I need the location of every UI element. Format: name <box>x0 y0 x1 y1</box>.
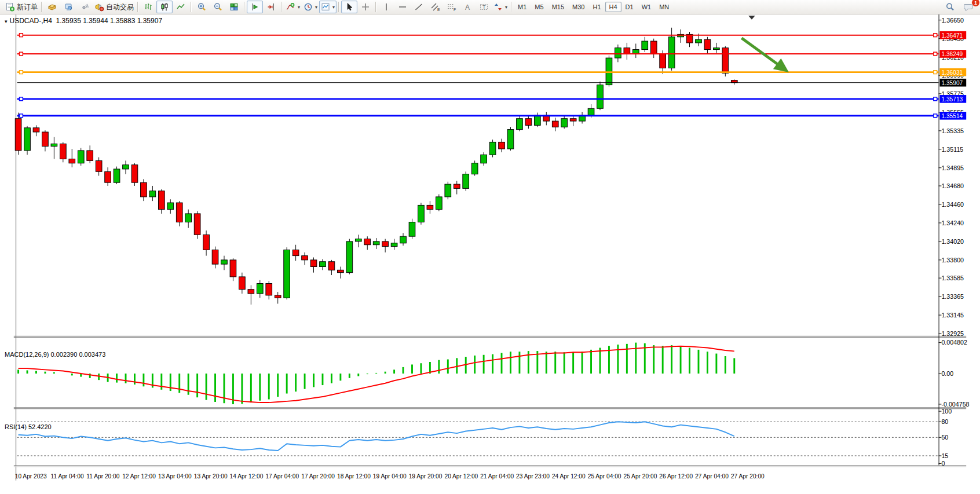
candle-body[interactable] <box>463 174 469 189</box>
text-tool-button[interactable]: A <box>459 1 476 13</box>
bar-chart-mode-button[interactable] <box>140 1 156 13</box>
candle-body[interactable] <box>203 235 210 250</box>
trendline-tool-button[interactable] <box>411 1 427 13</box>
candle-body[interactable] <box>427 205 433 209</box>
candle-body[interactable] <box>15 119 21 151</box>
candle-body[interactable] <box>212 250 218 264</box>
candle-body[interactable] <box>722 48 729 74</box>
candle-body[interactable] <box>517 119 523 130</box>
templates-button[interactable]: ▾ <box>319 1 337 13</box>
candle-body[interactable] <box>570 119 576 121</box>
candle-body[interactable] <box>176 203 182 222</box>
arrows-tool-button[interactable]: ▾ <box>492 1 509 13</box>
candle-body[interactable] <box>131 165 138 183</box>
templates-caret-icon[interactable]: ▾ <box>332 5 335 10</box>
candle-body[interactable] <box>632 50 639 54</box>
horizontal-line-tool-button[interactable] <box>394 1 411 13</box>
candle-body[interactable] <box>320 262 326 267</box>
timeframe-m15[interactable]: M15 <box>548 2 568 12</box>
search-button[interactable] <box>942 1 958 13</box>
timeframe-w1[interactable]: W1 <box>638 2 656 12</box>
candle-body[interactable] <box>42 132 49 147</box>
timeframe-d1[interactable]: D1 <box>621 2 638 12</box>
candle-body[interactable] <box>230 260 236 277</box>
candle-body[interactable] <box>149 191 156 197</box>
candle-body[interactable] <box>364 239 371 245</box>
candle-body[interactable] <box>418 205 425 222</box>
indicators-caret-icon[interactable]: ▾ <box>298 5 300 10</box>
candle-body[interactable] <box>471 163 478 174</box>
auto-scroll-button[interactable] <box>247 1 263 13</box>
candle-body[interactable] <box>302 256 308 260</box>
candle-body[interactable] <box>391 243 397 247</box>
candle-body[interactable] <box>499 142 505 149</box>
candle-body[interactable] <box>489 142 496 155</box>
candle-body[interactable] <box>445 184 451 197</box>
candle-body[interactable] <box>51 144 57 146</box>
tile-windows-button[interactable] <box>226 1 242 13</box>
candlestick-mode-button[interactable] <box>156 1 173 13</box>
cursor-tool-button[interactable] <box>341 1 357 13</box>
candle-body[interactable] <box>167 203 174 210</box>
periods-button[interactable]: ▾ <box>302 1 319 13</box>
candle-body[interactable] <box>696 39 702 43</box>
candle-body[interactable] <box>96 160 102 171</box>
candle-body[interactable] <box>239 277 246 290</box>
candle-body[interactable] <box>24 128 31 151</box>
candle-body[interactable] <box>436 197 443 210</box>
candle-body[interactable] <box>78 151 84 163</box>
candle-body[interactable] <box>194 214 200 235</box>
candle-body[interactable] <box>588 108 594 115</box>
market-watch-button[interactable] <box>44 1 60 13</box>
line-chart-mode-button[interactable] <box>173 1 189 13</box>
chart-shift-marker[interactable] <box>748 16 755 20</box>
candle-body[interactable] <box>328 262 335 270</box>
candle-body[interactable] <box>534 115 540 125</box>
equidistant-channel-tool-button[interactable]: E <box>427 1 443 13</box>
line-handle[interactable] <box>20 34 23 37</box>
candle-body[interactable] <box>284 250 290 298</box>
timeframe-h4[interactable]: H4 <box>605 2 621 12</box>
crosshair-tool-button[interactable] <box>357 1 374 13</box>
fibonacci-tool-button[interactable]: F <box>443 1 459 13</box>
candle-body[interactable] <box>615 48 621 58</box>
candle-body[interactable] <box>552 121 558 127</box>
line-handle[interactable] <box>934 71 937 74</box>
zoom-in-button[interactable] <box>193 1 210 13</box>
candle-body[interactable] <box>624 48 630 54</box>
new-order-button[interactable]: 新订单 <box>3 1 39 13</box>
candle-body[interactable] <box>561 119 568 127</box>
candle-body[interactable] <box>382 241 389 247</box>
timeframe-m30[interactable]: M30 <box>568 2 588 12</box>
signals-button[interactable] <box>76 1 93 13</box>
line-handle[interactable] <box>20 71 23 74</box>
strategy-tester-button[interactable] <box>60 1 76 13</box>
line-handle[interactable] <box>934 34 937 37</box>
candle-body[interactable] <box>409 222 415 236</box>
candle-body[interactable] <box>292 250 299 255</box>
text-label-tool-button[interactable]: T <box>476 1 492 13</box>
candle-body[interactable] <box>33 128 39 132</box>
line-handle[interactable] <box>934 114 937 118</box>
candle-body[interactable] <box>597 85 604 109</box>
candle-body[interactable] <box>87 151 93 160</box>
chart-shift-button[interactable] <box>263 1 279 13</box>
candle-body[interactable] <box>668 37 675 68</box>
candle-body[interactable] <box>346 241 353 273</box>
candle-body[interactable] <box>141 182 147 197</box>
trend-arrow-annotation[interactable] <box>741 38 780 67</box>
zoom-out-button[interactable] <box>210 1 226 13</box>
candle-body[interactable] <box>642 41 648 50</box>
timeframe-h1[interactable]: H1 <box>588 2 605 12</box>
candle-body[interactable] <box>454 184 460 188</box>
chart-canvas[interactable]: 1.366501.364301.362101.359901.357751.355… <box>0 14 980 494</box>
timeframe-mn[interactable]: MN <box>655 2 673 12</box>
candle-body[interactable] <box>257 284 263 294</box>
indicators-button[interactable]: ▾ <box>284 1 302 13</box>
timeframe-m5[interactable]: M5 <box>531 2 547 12</box>
vertical-line-tool-button[interactable] <box>378 1 394 13</box>
candle-body[interactable] <box>660 54 666 68</box>
line-handle[interactable] <box>934 97 937 101</box>
chart-menu-arrow-icon[interactable]: ▾ <box>5 19 8 24</box>
arrows-caret-icon[interactable]: ▾ <box>505 5 507 10</box>
